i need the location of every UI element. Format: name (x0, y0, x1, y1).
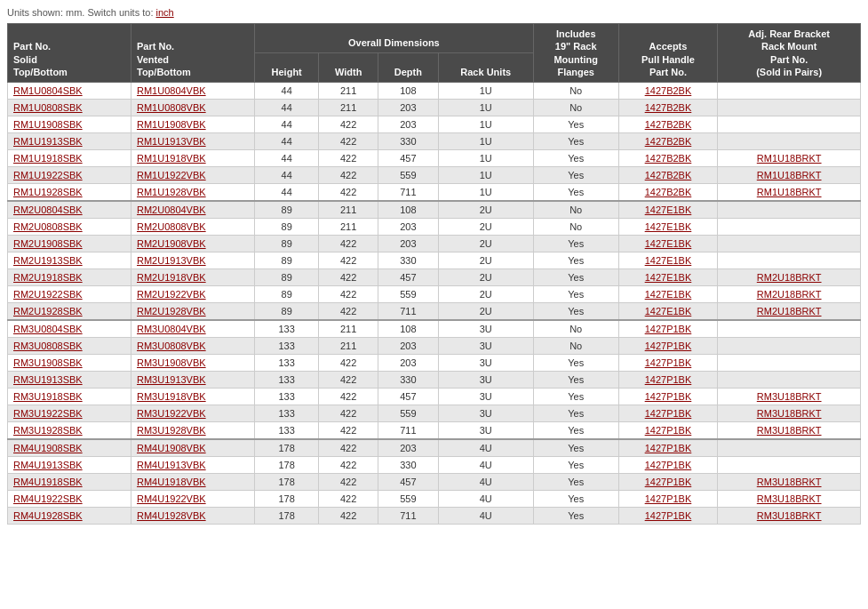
link-handle[interactable]: 1427B2BK (645, 187, 692, 197)
link-solid-part[interactable]: RM4U1908SBK (13, 443, 83, 453)
link-handle[interactable]: 1427B2BK (645, 102, 692, 113)
link-solid-part[interactable]: RM3U1918SBK (13, 391, 83, 402)
link-solid-part[interactable]: RM1U1922SBK (13, 170, 83, 180)
link-vented-part[interactable]: RM3U1918VBK (137, 391, 206, 402)
link-handle[interactable]: 1427P1BK (645, 408, 692, 419)
link-handle[interactable]: 1427E1BK (645, 289, 692, 300)
link-rear-bracket[interactable]: RM3U18BRKT (757, 510, 822, 521)
link-solid-part[interactable]: RM4U1913SBK (13, 460, 83, 470)
link-vented-part[interactable]: RM3U1913VBK (137, 374, 206, 385)
cell-width: 422 (319, 286, 378, 303)
link-handle[interactable]: 1427B2BK (645, 119, 692, 130)
link-vented-part[interactable]: RM2U0808VBK (137, 221, 206, 232)
link-handle[interactable]: 1427B2BK (645, 170, 692, 180)
inch-link[interactable]: inch (156, 7, 174, 18)
link-vented-part[interactable]: RM4U1918VBK (137, 477, 206, 487)
link-solid-part[interactable]: RM3U0804SBK (13, 324, 83, 334)
link-vented-part[interactable]: RM1U1908VBK (137, 119, 206, 130)
link-vented-part[interactable]: RM2U1913VBK (137, 255, 206, 266)
link-vented-part[interactable]: RM3U0804VBK (137, 324, 206, 334)
link-handle[interactable]: 1427P1BK (645, 341, 692, 351)
link-handle[interactable]: 1427P1BK (645, 460, 692, 470)
link-vented-part[interactable]: RM1U1918VBK (137, 153, 206, 164)
cell-vented-part: RM2U0804VBK (131, 201, 254, 219)
link-solid-part[interactable]: RM2U1908SBK (13, 238, 83, 249)
link-handle[interactable]: 1427P1BK (645, 425, 692, 436)
link-solid-part[interactable]: RM2U1922SBK (13, 289, 83, 300)
link-vented-part[interactable]: RM1U1928VBK (137, 187, 206, 197)
table-row: RM4U1928SBKRM4U1928VBK1784227114UYes1427… (8, 508, 861, 525)
link-solid-part[interactable]: RM2U1918SBK (13, 272, 83, 283)
link-handle[interactable]: 1427E1BK (645, 221, 692, 232)
link-rear-bracket[interactable]: RM2U18BRKT (757, 272, 822, 283)
link-solid-part[interactable]: RM1U1918SBK (13, 153, 83, 164)
cell-vented-part: RM2U1908VBK (131, 236, 254, 252)
link-solid-part[interactable]: RM1U1908SBK (13, 119, 83, 130)
link-rear-bracket[interactable]: RM3U18BRKT (757, 408, 822, 419)
link-solid-part[interactable]: RM3U1922SBK (13, 408, 83, 419)
link-solid-part[interactable]: RM4U1922SBK (13, 493, 83, 504)
link-solid-part[interactable]: RM1U1913SBK (13, 136, 83, 147)
link-solid-part[interactable]: RM2U0804SBK (13, 204, 83, 215)
link-vented-part[interactable]: RM4U1922VBK (137, 493, 206, 504)
link-solid-part[interactable]: RM2U0808SBK (13, 221, 83, 232)
link-handle[interactable]: 1427P1BK (645, 443, 692, 453)
link-vented-part[interactable]: RM1U0804VBK (137, 85, 206, 96)
link-handle[interactable]: 1427B2BK (645, 136, 692, 147)
link-solid-part[interactable]: RM3U1928SBK (13, 425, 83, 436)
link-vented-part[interactable]: RM4U1913VBK (137, 460, 206, 470)
link-rear-bracket[interactable]: RM3U18BRKT (757, 493, 822, 504)
link-vented-part[interactable]: RM1U1922VBK (137, 170, 206, 180)
link-vented-part[interactable]: RM1U1913VBK (137, 136, 206, 147)
link-rear-bracket[interactable]: RM1U18BRKT (757, 187, 822, 197)
cell-depth: 559 (378, 405, 438, 422)
link-handle[interactable]: 1427B2BK (645, 85, 692, 96)
link-rear-bracket[interactable]: RM3U18BRKT (757, 477, 822, 487)
link-vented-part[interactable]: RM3U1928VBK (137, 425, 206, 436)
link-vented-part[interactable]: RM2U0804VBK (137, 204, 206, 215)
link-handle[interactable]: 1427P1BK (645, 374, 692, 385)
link-rear-bracket[interactable]: RM2U18BRKT (757, 306, 822, 317)
link-solid-part[interactable]: RM4U1918SBK (13, 477, 83, 487)
link-handle[interactable]: 1427B2BK (645, 153, 692, 164)
link-rear-bracket[interactable]: RM2U18BRKT (757, 289, 822, 300)
link-handle[interactable]: 1427P1BK (645, 493, 692, 504)
link-handle[interactable]: 1427E1BK (645, 306, 692, 317)
link-handle[interactable]: 1427P1BK (645, 357, 692, 368)
table-row: RM2U1913SBKRM2U1913VBK894223302UYes1427E… (8, 252, 861, 269)
link-solid-part[interactable]: RM3U1913SBK (13, 374, 83, 385)
link-rear-bracket[interactable]: RM3U18BRKT (757, 425, 822, 436)
link-solid-part[interactable]: RM4U1928SBK (13, 510, 83, 521)
link-vented-part[interactable]: RM2U1928VBK (137, 306, 206, 317)
link-handle[interactable]: 1427P1BK (645, 510, 692, 521)
link-handle[interactable]: 1427E1BK (645, 255, 692, 266)
link-rear-bracket[interactable]: RM1U18BRKT (757, 153, 822, 164)
link-vented-part[interactable]: RM2U1918VBK (137, 272, 206, 283)
link-vented-part[interactable]: RM2U1908VBK (137, 238, 206, 249)
cell-handle: 1427B2BK (618, 167, 718, 184)
link-rear-bracket[interactable]: RM1U18BRKT (757, 170, 822, 180)
link-solid-part[interactable]: RM3U0808SBK (13, 341, 83, 351)
link-handle[interactable]: 1427E1BK (645, 272, 692, 283)
link-solid-part[interactable]: RM3U1908SBK (13, 357, 83, 368)
link-vented-part[interactable]: RM2U1922VBK (137, 289, 206, 300)
link-vented-part[interactable]: RM3U1922VBK (137, 408, 206, 419)
link-solid-part[interactable]: RM2U1913SBK (13, 255, 83, 266)
link-handle[interactable]: 1427P1BK (645, 391, 692, 402)
link-solid-part[interactable]: RM2U1928SBK (13, 306, 83, 317)
link-rear-bracket[interactable]: RM3U18BRKT (757, 391, 822, 402)
link-handle[interactable]: 1427E1BK (645, 204, 692, 215)
link-handle[interactable]: 1427E1BK (645, 238, 692, 249)
link-vented-part[interactable]: RM4U1928VBK (137, 510, 206, 521)
link-vented-part[interactable]: RM3U0808VBK (137, 341, 206, 351)
link-handle[interactable]: 1427P1BK (645, 477, 692, 487)
link-vented-part[interactable]: RM1U0808VBK (137, 102, 206, 113)
link-handle[interactable]: 1427P1BK (645, 324, 692, 334)
link-solid-part[interactable]: RM1U0804SBK (13, 85, 83, 96)
link-vented-part[interactable]: RM3U1908VBK (137, 357, 206, 368)
link-vented-part[interactable]: RM4U1908VBK (137, 443, 206, 453)
cell-vented-part: RM4U1913VBK (131, 457, 254, 474)
link-solid-part[interactable]: RM1U1928SBK (13, 187, 83, 197)
link-solid-part[interactable]: RM1U0808SBK (13, 102, 83, 113)
cell-vented-part: RM1U1908VBK (131, 116, 254, 133)
